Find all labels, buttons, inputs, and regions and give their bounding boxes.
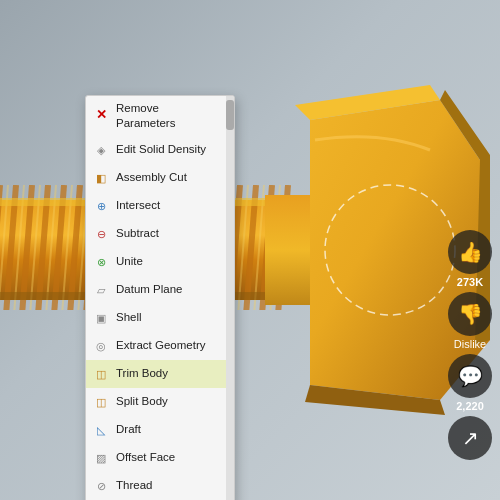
menu-label-assembly-cut: Assembly Cut (116, 170, 187, 185)
like-button[interactable]: 👍 (448, 230, 492, 274)
menu-icon-draft: ◺ (92, 421, 110, 439)
menu-scrollbar[interactable] (226, 96, 234, 500)
scrollbar-thumb (226, 100, 234, 130)
menu-icon-shell: ▣ (92, 309, 110, 327)
dislike-icon: 👎 (458, 302, 483, 326)
comment-group: 💬 2,220 (448, 354, 492, 412)
menu-item-extract-geometry[interactable]: ◎Extract Geometry (86, 332, 234, 360)
menu-label-extract-geometry: Extract Geometry (116, 338, 205, 353)
menu-item-thread[interactable]: ⊘Thread (86, 472, 234, 500)
menu-item-edit-solid-density[interactable]: ◈Edit Solid Density (86, 136, 234, 164)
like-icon: 👍 (458, 240, 483, 264)
menu-icon-split-body: ◫ (92, 393, 110, 411)
menu-icon-offset-face: ▨ (92, 449, 110, 467)
menu-icon-subtract: ⊖ (92, 225, 110, 243)
menu-item-intersect[interactable]: ⊕Intersect (86, 192, 234, 220)
comment-count: 2,220 (456, 400, 484, 412)
menu-item-trim-body[interactable]: ◫Trim Body (86, 360, 234, 388)
menu-label-subtract: Subtract (116, 226, 159, 241)
menu-label-datum-plane: Datum Plane (116, 282, 182, 297)
menu-item-shell[interactable]: ▣Shell (86, 304, 234, 332)
social-panel: 👍 273K 👎 Dislike 💬 2,220 ↗ (448, 230, 492, 460)
menu-label-trim-body: Trim Body (116, 366, 168, 381)
bolt-3d-scene (0, 0, 500, 500)
menu-item-unite[interactable]: ⊗Unite (86, 248, 234, 276)
menu-label-split-body: Split Body (116, 394, 168, 409)
menu-label-offset-face: Offset Face (116, 450, 175, 465)
dislike-label: Dislike (454, 338, 486, 350)
menu-item-remove-parameters[interactable]: ✕Remove Parameters (86, 96, 234, 136)
dislike-button[interactable]: 👎 (448, 292, 492, 336)
menu-label-thread: Thread (116, 478, 152, 493)
dislike-group: 👎 Dislike (448, 292, 492, 350)
menu-icon-thread: ⊘ (92, 477, 110, 495)
menu-label-draft: Draft (116, 422, 141, 437)
menu-icon-extract-geometry: ◎ (92, 337, 110, 355)
menu-label-shell: Shell (116, 310, 142, 325)
menu-icon-datum-plane: ▱ (92, 281, 110, 299)
context-menu: ✕Remove Parameters◈Edit Solid Density◧As… (85, 95, 235, 500)
menu-icon-edit-solid-density: ◈ (92, 141, 110, 159)
share-button[interactable]: ↗ (448, 416, 492, 460)
like-group: 👍 273K (448, 230, 492, 288)
menu-icon-intersect: ⊕ (92, 197, 110, 215)
menu-icon-assembly-cut: ◧ (92, 169, 110, 187)
menu-item-datum-plane[interactable]: ▱Datum Plane (86, 276, 234, 304)
menu-icon-remove-parameters: ✕ (92, 107, 110, 125)
menu-icon-trim-body: ◫ (92, 365, 110, 383)
menu-item-draft[interactable]: ◺Draft (86, 416, 234, 444)
menu-label-edit-solid-density: Edit Solid Density (116, 142, 206, 157)
menu-item-offset-face[interactable]: ▨Offset Face (86, 444, 234, 472)
menu-item-split-body[interactable]: ◫Split Body (86, 388, 234, 416)
menu-item-subtract[interactable]: ⊖Subtract (86, 220, 234, 248)
comment-icon: 💬 (458, 364, 483, 388)
menu-item-assembly-cut[interactable]: ◧Assembly Cut (86, 164, 234, 192)
menu-label-unite: Unite (116, 254, 143, 269)
menu-icon-unite: ⊗ (92, 253, 110, 271)
svg-rect-41 (265, 195, 315, 305)
like-count: 273K (457, 276, 483, 288)
menu-label-remove-parameters: Remove Parameters (116, 101, 220, 131)
share-icon: ↗ (462, 426, 479, 450)
menu-label-intersect: Intersect (116, 198, 160, 213)
share-group: ↗ (448, 416, 492, 460)
comment-button[interactable]: 💬 (448, 354, 492, 398)
